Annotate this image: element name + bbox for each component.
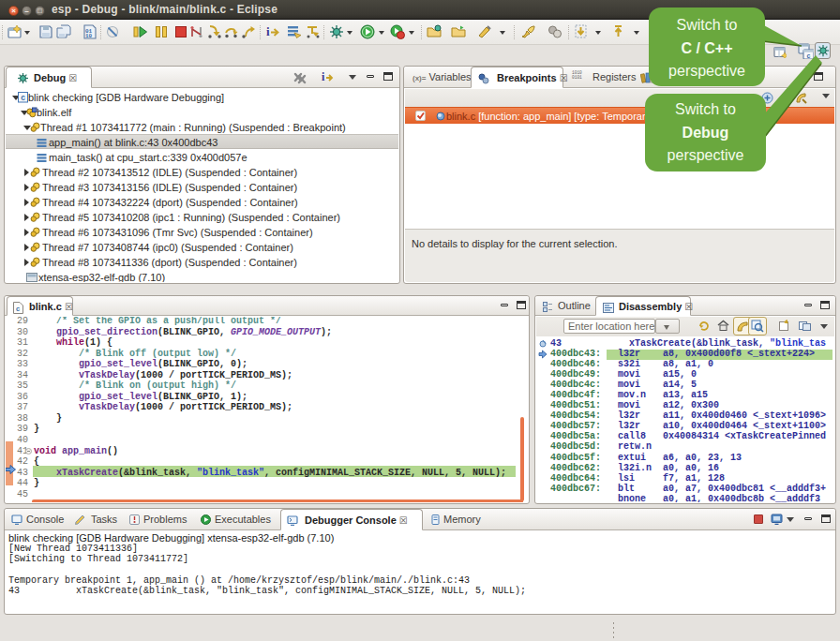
svg-text:c: c [16,305,20,313]
